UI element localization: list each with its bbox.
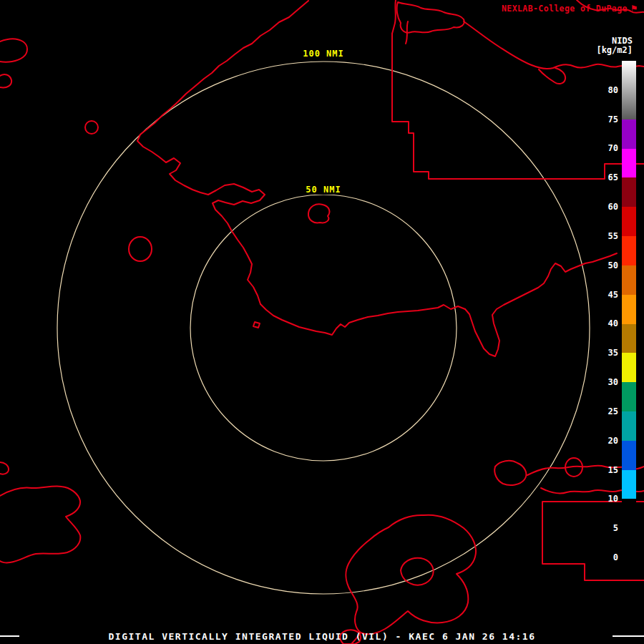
footer-rule-right — [613, 635, 644, 637]
lake-blob-south-swirl — [401, 558, 434, 585]
range-ring-label-50nmi: 50 NMI — [303, 185, 343, 195]
colorbar-tick-20: 20 — [608, 436, 618, 445]
peninsula-southwest — [0, 487, 80, 563]
radar-display: 100 NMI 50 NMI NEXLAB-College of DuPage … — [0, 0, 644, 644]
colorbar-tick-0: 0 — [613, 553, 618, 562]
colorbar-tick-40: 40 — [608, 319, 618, 328]
coastline-headland — [166, 158, 265, 304]
islet-left-top-2 — [0, 74, 11, 87]
colorbar-units: [kg/m2] — [596, 46, 633, 55]
shore-top-hanging — [539, 68, 565, 84]
colorbar-segment-0-5 — [622, 528, 636, 557]
colorbar-tick-80: 80 — [608, 86, 618, 94]
colorbar-tick-5: 5 — [613, 524, 618, 532]
colorbar-segment-60-65 — [622, 177, 636, 207]
island-small-center — [308, 204, 329, 223]
colorbar-segment-75-85 — [622, 61, 636, 119]
colorbar-segment-10-15 — [622, 470, 636, 499]
colorbar-segment-5-10 — [622, 499, 636, 528]
colorbar-segment-35-40 — [622, 324, 636, 353]
colorbar-tick-10: 10 — [608, 494, 618, 503]
colorbar-header: NIDS [kg/m2] — [596, 36, 633, 55]
colorbar-segment-65-70 — [622, 149, 636, 178]
footer: DIGITAL VERTICALLY INTEGRATED LIQUID (VI… — [0, 630, 644, 644]
flag-icon: ⚑ — [630, 5, 638, 13]
colorbar-ticks: 80757065605550454035302520151050 — [592, 61, 618, 557]
islet-left-mid — [0, 462, 9, 474]
colorbar-tick-30: 30 — [608, 378, 618, 386]
colorbar-segment-70-75 — [622, 119, 636, 149]
colorbar: 80757065605550454035302520151050 — [622, 61, 636, 557]
islet-left-top-1 — [0, 39, 27, 62]
colorbar-tick-45: 45 — [608, 291, 618, 299]
lake-blob-south-outer — [346, 515, 476, 635]
coastline-bay-south — [260, 304, 465, 335]
brand: NEXLAB-College of DuPage ⚑ — [502, 4, 638, 14]
product-caption: DIGITAL VERTICALLY INTEGRATED LIQUID (VI… — [109, 631, 536, 642]
map-outlines — [0, 0, 644, 644]
island-circle-west — [129, 237, 152, 261]
shore-top-edge-line — [392, 0, 396, 34]
islet-circle-northwest — [85, 121, 98, 134]
colorbar-tick-65: 65 — [608, 173, 618, 182]
range-ring-50nmi — [190, 195, 457, 461]
colorbar-tick-70: 70 — [608, 144, 618, 152]
shore-top-diagonal — [464, 21, 532, 65]
colorbar-segment-20-25 — [622, 411, 636, 441]
colorbar-tick-35: 35 — [608, 348, 618, 357]
colorbar-segment-50-55 — [622, 236, 636, 265]
shore-east-blob — [494, 461, 526, 485]
colorbar-tick-15: 15 — [608, 466, 618, 474]
colorbar-tick-55: 55 — [608, 232, 618, 240]
range-ring-label-100nmi: 100 NMI — [300, 49, 347, 59]
colorbar-segment-15-20 — [622, 441, 636, 470]
colorbar-tick-60: 60 — [608, 203, 618, 211]
colorbar-segment-30-35 — [622, 353, 636, 382]
islet-dot — [253, 322, 260, 328]
colorbar-tick-50: 50 — [608, 261, 618, 270]
radar-map — [0, 0, 644, 644]
colorbar-segment-25-30 — [622, 382, 636, 411]
colorbar-segment-55-60 — [622, 207, 636, 236]
footer-rule-left — [0, 635, 19, 637]
colorbar-tick-75: 75 — [608, 115, 618, 124]
colorbar-tick-25: 25 — [608, 407, 618, 416]
brand-text: NEXLAB-College of DuPage — [502, 4, 628, 14]
colorbar-segments — [622, 61, 636, 557]
colorbar-segment-45-50 — [622, 265, 636, 295]
colorbar-segment-40-45 — [622, 295, 636, 324]
